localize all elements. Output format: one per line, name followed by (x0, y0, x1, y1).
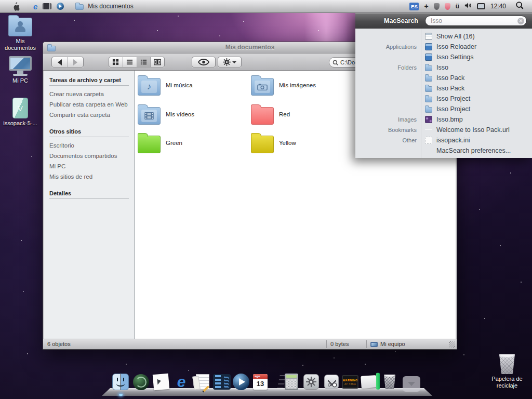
music-note-glyph: ♪ (141, 81, 157, 93)
display-tray-icon[interactable] (477, 3, 485, 9)
spotlight-search-icon[interactable] (515, 1, 524, 11)
dock-item-trash[interactable] (380, 372, 399, 392)
sidebar-link-publicar-web[interactable]: Publicar esta carpeta en Web (49, 99, 130, 110)
result-isso-settings[interactable]: Isso Settings (355, 52, 532, 62)
security-alert-tray-icon[interactable] (445, 3, 450, 10)
dock-item-cut-tool[interactable] (322, 372, 341, 392)
file-item-green[interactable]: Green (138, 132, 182, 153)
dock-item-hidden-window[interactable] (402, 374, 421, 394)
result-isso-bmp[interactable]: Images Isso.bmp (355, 114, 532, 125)
file-item-mi-musica[interactable]: ♪ Mi música (138, 75, 193, 96)
folder-icon (425, 86, 432, 92)
recycle-bin-icon (498, 354, 516, 374)
application-icon (425, 43, 432, 50)
documents-folder-icon (8, 18, 32, 36)
file-item-mis-imagenes[interactable]: Mis imágenes (251, 75, 316, 96)
result-isso-project-1[interactable]: Isso Project (355, 94, 532, 104)
dock-item-stack-box[interactable] (360, 372, 378, 392)
result-isso-pack-1[interactable]: Isso Pack (355, 73, 532, 83)
internet-explorer-menu-icon[interactable]: e (33, 2, 37, 11)
result-label: Isso Settings (436, 54, 474, 61)
folder-icon (425, 65, 432, 71)
sidebar-link-compartir[interactable]: Compartir esta carpeta (49, 110, 130, 120)
result-macsearch-preferences[interactable]: MacSearch preferences... (355, 145, 532, 156)
list-view-button[interactable] (137, 57, 151, 67)
result-isso-pack-2[interactable]: Isso Pack (355, 83, 532, 94)
lines-view-button[interactable] (123, 57, 137, 67)
result-show-all[interactable]: Show All (16) (355, 31, 532, 42)
calendar-icon: ago 13 (253, 374, 268, 390)
software-package-icon (12, 98, 28, 118)
file-item-red[interactable]: Red (251, 104, 290, 125)
sidebar-link-escritorio[interactable]: Escritorio (49, 140, 130, 151)
result-issopack-ini[interactable]: Other issopack.ini (355, 135, 532, 145)
result-label: MacSearch preferences... (436, 147, 511, 154)
plus-tray-icon[interactable]: + (424, 2, 428, 10)
clear-search-icon[interactable]: ✕ (517, 18, 524, 24)
dock-item-mail[interactable] (152, 372, 170, 392)
result-welcome-url[interactable]: Bookmarks Welcome to Isso Pack.url (355, 125, 532, 135)
result-label: Isso.bmp (436, 116, 463, 123)
dock-item-led-sign[interactable]: WARNING AY 7:36 A (341, 372, 360, 392)
media-player-menu-icon[interactable] (57, 3, 64, 10)
dock-item-time-machine[interactable] (131, 372, 150, 392)
preview-button[interactable] (192, 57, 216, 68)
gear-icon (223, 58, 231, 66)
dock-item-calendar[interactable]: ago 13 (251, 372, 270, 392)
menu-bar-app-title: Mis documentos (88, 3, 133, 10)
pictures-folder-icon (251, 78, 274, 96)
file-item-mis-videos[interactable]: Mis vídeos (138, 104, 194, 125)
sidebar-link-documentos-compartidos[interactable]: Documentos compartidos (49, 151, 130, 161)
calculator-icon (285, 374, 298, 390)
result-isso-reloader[interactable]: Applications Isso Reloader (355, 42, 532, 52)
desktop-icon-papelera[interactable]: Papelera de reciclaje (488, 354, 526, 389)
shield-tray-icon[interactable] (434, 3, 440, 10)
sidebar-link-crear-carpeta[interactable]: Crear nueva carpeta (49, 89, 130, 99)
sidebar-link-mis-sitios-red[interactable]: Mis sitios de red (49, 171, 130, 182)
umlaut-tray-icon[interactable]: ü (456, 3, 459, 10)
result-isso-project-2[interactable]: Isso Project (355, 104, 532, 114)
dock-item-internet-explorer[interactable]: e (172, 372, 191, 392)
dock-item-system-preferences[interactable] (302, 372, 321, 392)
dock-item-documents[interactable] (193, 372, 212, 392)
speaker-icon[interactable] (464, 2, 472, 11)
macsearch-title: MacSearch (355, 13, 418, 29)
dock-item-calculator[interactable] (282, 372, 301, 392)
videos-folder-icon (138, 107, 161, 125)
macsearch-input[interactable] (431, 17, 517, 24)
file-item-yellow[interactable]: Yellow (251, 132, 296, 153)
sidebar-section-header[interactable]: Detalles (49, 190, 130, 196)
camera-glyph (255, 81, 270, 93)
forward-button[interactable] (68, 57, 84, 67)
actions-button[interactable] (218, 57, 242, 68)
icon-view-button[interactable] (109, 57, 123, 67)
desktop-icon-issopack[interactable]: issopack-5-... (2, 98, 39, 127)
coverflow-view-button[interactable] (150, 57, 164, 67)
sidebar-link-mi-pc[interactable]: Mi PC (49, 161, 130, 171)
desktop-icon-mis-documentos[interactable]: Mis documentos (2, 15, 39, 51)
calendar-month: ago (253, 374, 268, 379)
menu-bar-clock[interactable]: 12:40 (490, 3, 506, 10)
file-label: Mi música (166, 82, 193, 88)
result-isso-folder[interactable]: Folders Isso (355, 62, 532, 73)
file-label: Red (279, 111, 290, 117)
result-label: Isso Project (436, 95, 470, 102)
dock-item-finder[interactable] (111, 372, 130, 392)
desktop-icon-mi-pc[interactable]: Mi PC (2, 56, 39, 84)
apple-menu-icon[interactable] (11, 2, 20, 11)
dock-item-media-player[interactable] (232, 372, 250, 392)
result-label: Welcome to Isso Pack.url (436, 126, 510, 134)
back-button[interactable] (52, 57, 68, 67)
status-bar: 6 objetos 0 bytes Mi equipo (43, 339, 457, 349)
result-label: Show All (16) (436, 33, 475, 40)
dock-item-movie-maker[interactable] (212, 372, 231, 392)
resize-grip[interactable] (449, 341, 455, 348)
eye-icon (198, 59, 209, 65)
trash-icon (383, 375, 396, 389)
ini-file-icon (425, 137, 432, 144)
movie-maker-menu-icon[interactable] (43, 3, 51, 9)
language-indicator[interactable]: ES (409, 3, 419, 10)
green-folder-icon (138, 136, 161, 153)
macsearch-search-field[interactable]: ✕ (425, 16, 527, 26)
desktop-icon-label: issopack-5-... (2, 120, 39, 127)
